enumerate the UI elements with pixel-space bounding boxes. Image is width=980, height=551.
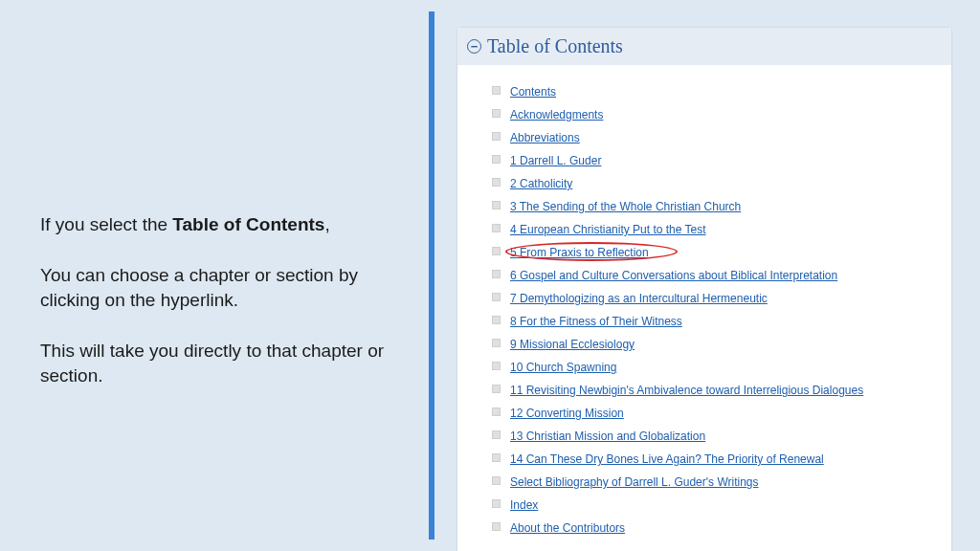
toc-link[interactable]: 2 Catholicity <box>510 175 572 192</box>
toc-item: 3 The Sending of the Whole Christian Chu… <box>492 195 940 218</box>
toc-link[interactable]: 10 Church Spawning <box>510 359 616 376</box>
bullet-square-icon <box>492 316 501 324</box>
toc-item: 2 Catholicity <box>492 172 940 195</box>
toc-item: 5 From Praxis to Reflection <box>492 241 940 264</box>
toc-link[interactable]: 6 Gospel and Culture Conversations about… <box>510 267 837 284</box>
toc-item: 9 Missional Ecclesiology <box>492 333 940 356</box>
bullet-square-icon <box>492 430 501 439</box>
bullet-square-icon <box>492 86 501 95</box>
instr-1-bold: Table of Contents <box>172 214 324 234</box>
toc-link[interactable]: 4 European Christianity Put to the Test <box>510 221 706 238</box>
highlight-oval-icon <box>505 242 678 261</box>
toc-item: 1 Darrell L. Guder <box>492 149 940 172</box>
instruction-line-2: You can choose a chapter or section by c… <box>40 263 404 314</box>
toc-item: 12 Converting Mission <box>492 402 940 425</box>
toc-link[interactable]: Contents <box>510 83 556 100</box>
toc-item: About the Contributors <box>492 517 940 540</box>
instr-1-suffix: , <box>324 214 329 234</box>
bullet-square-icon <box>492 178 501 187</box>
toc-link[interactable]: 7 Demythologizing as an Intercultural He… <box>510 290 768 307</box>
toc-link[interactable]: 1 Darrell L. Guder <box>510 152 601 169</box>
bullet-square-icon <box>492 293 501 301</box>
toc-list: ContentsAcknowledgmentsAbbreviations1 Da… <box>492 80 940 540</box>
bullet-square-icon <box>492 408 501 416</box>
toc-item: 13 Christian Mission and Globalization <box>492 425 940 448</box>
bullet-square-icon <box>492 453 501 462</box>
bullet-square-icon <box>492 201 501 209</box>
toc-link[interactable]: Abbreviations <box>510 129 580 146</box>
toc-item: 7 Demythologizing as an Intercultural He… <box>492 287 940 310</box>
bullet-square-icon <box>492 224 501 232</box>
toc-link[interactable]: 5 From Praxis to Reflection <box>510 244 649 261</box>
toc-item: 14 Can These Dry Bones Live Again? The P… <box>492 448 940 471</box>
toc-item: Contents <box>492 80 940 103</box>
bullet-square-icon <box>492 499 501 508</box>
toc-item: 11 Revisiting Newbigin's Ambivalence tow… <box>492 379 940 402</box>
collapse-minus-icon[interactable]: − <box>467 39 481 54</box>
bullet-square-icon <box>492 385 501 393</box>
toc-item: 6 Gospel and Culture Conversations about… <box>492 264 940 287</box>
bullet-square-icon <box>492 522 501 531</box>
toc-item: 4 European Christianity Put to the Test <box>492 218 940 241</box>
instr-1-prefix: If you select the <box>40 214 172 234</box>
toc-item: Index <box>492 494 940 517</box>
toc-body: ContentsAcknowledgmentsAbbreviations1 Da… <box>457 65 951 551</box>
toc-item: 8 For the Fitness of Their Witness <box>492 310 940 333</box>
toc-item: Select Bibliography of Darrell L. Guder'… <box>492 471 940 494</box>
toc-item: Abbreviations <box>492 126 940 149</box>
toc-link[interactable]: 3 The Sending of the Whole Christian Chu… <box>510 198 741 215</box>
instruction-line-1: If you select the Table of Contents, <box>40 212 404 238</box>
bullet-square-icon <box>492 132 501 141</box>
instruction-panel: If you select the Table of Contents, You… <box>40 212 404 414</box>
vertical-divider <box>429 11 434 540</box>
bullet-square-icon <box>492 476 501 485</box>
toc-link[interactable]: 12 Converting Mission <box>510 405 624 422</box>
toc-link[interactable]: About the Contributors <box>510 519 625 537</box>
toc-item: Acknowledgments <box>492 103 940 126</box>
toc-link[interactable]: 14 Can These Dry Bones Live Again? The P… <box>510 451 824 468</box>
toc-link[interactable]: 8 For the Fitness of Their Witness <box>510 313 682 330</box>
bullet-square-icon <box>492 155 501 164</box>
toc-link[interactable]: 9 Missional Ecclesiology <box>510 336 635 353</box>
toc-link[interactable]: Select Bibliography of Darrell L. Guder'… <box>510 474 759 491</box>
toc-link[interactable]: Index <box>510 496 538 514</box>
toc-header-title: Table of Contents <box>487 35 623 57</box>
bullet-square-icon <box>492 247 501 255</box>
bullet-square-icon <box>492 109 501 118</box>
toc-link[interactable]: 13 Christian Mission and Globalization <box>510 428 705 445</box>
toc-link[interactable]: 11 Revisiting Newbigin's Ambivalence tow… <box>510 382 863 399</box>
bullet-square-icon <box>492 270 501 278</box>
bullet-square-icon <box>492 339 501 347</box>
toc-link[interactable]: Acknowledgments <box>510 106 603 123</box>
toc-header[interactable]: − Table of Contents <box>457 28 951 65</box>
toc-item: 10 Church Spawning <box>492 356 940 379</box>
instruction-line-3: This will take you directly to that chap… <box>40 339 404 389</box>
bullet-square-icon <box>492 362 501 370</box>
toc-card: − Table of Contents ContentsAcknowledgme… <box>457 27 952 551</box>
